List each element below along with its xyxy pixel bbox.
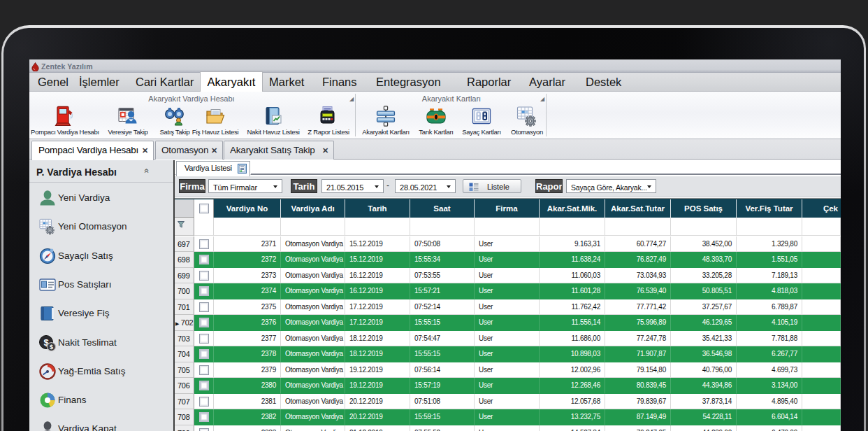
svg-text:$: $ — [50, 344, 53, 351]
